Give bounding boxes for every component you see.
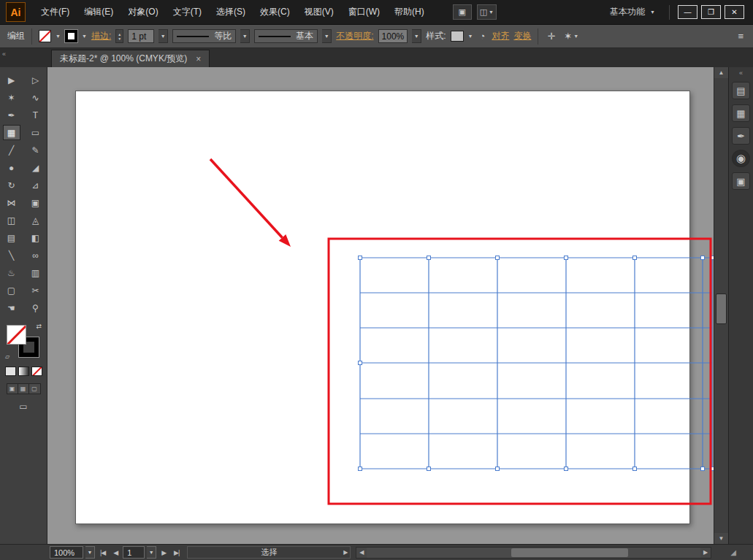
tool-hand[interactable]: ☚: [3, 300, 20, 315]
bridge-icon[interactable]: ▣: [453, 4, 472, 20]
menu-item-1[interactable]: 编辑(E): [77, 0, 121, 24]
tool-direct-selection[interactable]: ▷: [27, 72, 45, 88]
tool-eyedropper[interactable]: ╲: [3, 248, 20, 263]
reference-point-icon[interactable]: ✛: [545, 31, 557, 42]
brush-definition-combo[interactable]: 基本: [254, 29, 318, 43]
menu-item-7[interactable]: 窗口(W): [341, 0, 387, 24]
tool-rectangle[interactable]: ▭: [27, 125, 45, 140]
tool-blend[interactable]: ∞: [27, 248, 45, 263]
tool-slice[interactable]: ✂: [27, 283, 45, 298]
stroke-weight-stepper[interactable]: ▲ ▼: [115, 29, 123, 43]
last-artboard-button[interactable]: ▶|: [171, 549, 182, 556]
tool-pen[interactable]: ✒: [3, 107, 20, 123]
restore-button[interactable]: ❐: [701, 5, 721, 19]
select-similar-icon[interactable]: ✶ ▼: [562, 31, 581, 42]
expand-dock-icon[interactable]: «: [739, 69, 743, 77]
menu-item-0[interactable]: 文件(F): [34, 0, 77, 24]
tool-mesh[interactable]: ▤: [3, 230, 20, 245]
scroll-up-icon[interactable]: ▲: [714, 67, 728, 78]
default-colors-icon[interactable]: ▱: [5, 353, 9, 360]
scroll-down-icon[interactable]: ▼: [714, 533, 728, 544]
tool-perspective-grid[interactable]: ◬: [27, 212, 45, 228]
artboard-dropdown[interactable]: ▼: [147, 546, 156, 559]
menu-item-2[interactable]: 对象(O): [121, 0, 165, 24]
tool-type[interactable]: T: [27, 107, 45, 123]
width-profile-combo[interactable]: 等比: [172, 29, 236, 43]
canvas[interactable]: [47, 67, 714, 544]
draw-behind-icon[interactable]: ▦: [18, 384, 29, 394]
appearance-panel-icon[interactable]: ▣: [732, 172, 750, 190]
first-artboard-button[interactable]: |◀: [97, 549, 108, 556]
tool-eraser[interactable]: ◢: [27, 160, 45, 175]
workspace-switcher[interactable]: 基本功能 ▼: [601, 6, 664, 18]
minimize-button[interactable]: —: [678, 5, 697, 19]
arrange-documents-icon[interactable]: ◫ ▼: [477, 4, 497, 20]
tool-zoom[interactable]: ⚲: [27, 300, 45, 315]
zoom-field[interactable]: 100%: [50, 546, 83, 559]
vertical-scrollbar[interactable]: ▲ ▼: [714, 67, 728, 544]
panel-menu-icon[interactable]: ≡: [735, 31, 746, 42]
tool-selection[interactable]: ▶: [3, 72, 20, 88]
screen-mode-icon[interactable]: ▭: [19, 402, 27, 412]
color-panel-icon[interactable]: ▤: [732, 82, 750, 99]
tool-pencil[interactable]: ✎: [27, 142, 45, 158]
tool-symbol-sprayer[interactable]: ♨: [3, 265, 20, 280]
chevron-down-icon[interactable]: ▼: [468, 34, 473, 39]
document-tab[interactable]: 未标题-2* @ 100% (CMYK/预览) ×: [51, 50, 210, 67]
vertical-scroll-thumb[interactable]: [716, 294, 727, 324]
tool-rectangular-grid[interactable]: ▦: [3, 125, 20, 140]
tool-width-tool[interactable]: ⋈: [3, 195, 20, 210]
menu-item-4[interactable]: 选择(S): [209, 0, 253, 24]
artboard-number-field[interactable]: 1: [123, 546, 145, 559]
collapse-tools-icon[interactable]: «: [2, 50, 6, 58]
tool-paintbrush[interactable]: ╱: [3, 142, 20, 158]
tool-blob-brush[interactable]: ●: [3, 160, 20, 175]
horizontal-scrollbar[interactable]: ◀ ▶: [356, 547, 711, 559]
tool-scale[interactable]: ⊿: [27, 177, 45, 193]
status-flyout-icon[interactable]: ▶: [343, 549, 348, 556]
prev-artboard-button[interactable]: ◀: [110, 549, 121, 556]
tool-rotate[interactable]: ↻: [3, 177, 20, 193]
zoom-dropdown[interactable]: ▼: [85, 546, 95, 559]
align-panel-link[interactable]: 对齐: [492, 30, 509, 42]
stroke-panel-link[interactable]: 描边:: [91, 30, 111, 42]
transform-panel-link[interactable]: 变换: [513, 30, 531, 42]
tool-magic-wand[interactable]: ✶: [3, 90, 20, 105]
tool-free-transform[interactable]: ▣: [27, 195, 45, 210]
stroke-weight-field[interactable]: 1 pt: [128, 29, 154, 43]
menu-item-8[interactable]: 帮助(H): [387, 0, 432, 24]
opacity-dropdown[interactable]: ▼: [412, 29, 421, 43]
menu-item-3[interactable]: 文字(T): [166, 0, 209, 24]
brushes-panel-icon[interactable]: ✒: [732, 127, 750, 145]
horizontal-scroll-thumb[interactable]: [511, 548, 628, 557]
tool-column-graph[interactable]: ▥: [27, 265, 45, 280]
stroke-color-swatch[interactable]: [65, 30, 77, 42]
color-button[interactable]: [5, 367, 16, 376]
chevron-down-icon[interactable]: ▼: [82, 34, 87, 39]
fill-swatch-none[interactable]: [7, 325, 26, 345]
tool-artboard-tool[interactable]: ▢: [3, 283, 20, 298]
stroke-weight-dropdown[interactable]: ▼: [158, 29, 168, 43]
menu-item-5[interactable]: 效果(C): [253, 0, 297, 24]
scroll-right-icon[interactable]: ▶: [700, 548, 711, 558]
draw-inside-icon[interactable]: ▢: [29, 384, 40, 394]
opacity-panel-link[interactable]: 不透明度:: [336, 30, 373, 42]
brush-definition-dropdown[interactable]: ▼: [322, 29, 332, 43]
chevron-down-icon[interactable]: ▼: [56, 34, 61, 39]
tab-close-icon[interactable]: ×: [196, 54, 201, 64]
fill-color-swatch[interactable]: [39, 30, 51, 42]
next-artboard-button[interactable]: ▶: [158, 549, 169, 556]
recolor-artwork-icon[interactable]: ◔: [478, 31, 488, 42]
opacity-field[interactable]: 100%: [378, 29, 408, 43]
swap-fill-stroke-icon[interactable]: ⇄: [36, 323, 42, 330]
tool-lasso[interactable]: ∿: [27, 90, 45, 105]
tool-shape-builder[interactable]: ◫: [3, 212, 20, 228]
close-button[interactable]: ✕: [725, 5, 744, 19]
graphic-style-swatch[interactable]: [451, 31, 464, 42]
gradient-button[interactable]: [18, 367, 29, 376]
menu-item-6[interactable]: 视图(V): [297, 0, 341, 24]
draw-normal-icon[interactable]: ▣: [7, 384, 18, 394]
color-guide-panel-icon[interactable]: ◉: [732, 150, 750, 167]
scroll-left-icon[interactable]: ◀: [356, 548, 367, 558]
swatches-panel-icon[interactable]: ▦: [732, 104, 750, 122]
